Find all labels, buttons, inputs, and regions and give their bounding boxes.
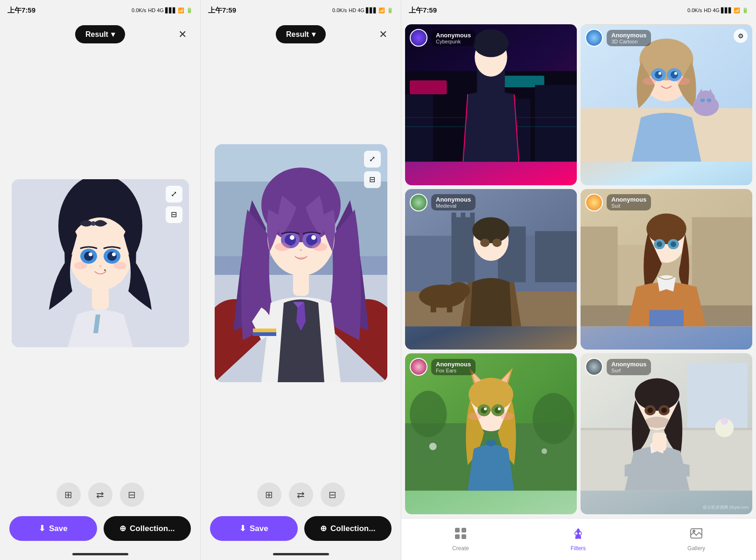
save-icon-2: ⬇ <box>239 524 246 533</box>
nav-gallery[interactable]: Gallery <box>678 523 714 555</box>
card-name-foxears: Anonymous <box>436 361 471 368</box>
layout-tool-1[interactable]: ⊞ <box>56 483 81 507</box>
svg-point-24 <box>290 235 294 240</box>
nav-create[interactable]: Create <box>443 523 478 555</box>
svg-rect-68 <box>461 212 465 222</box>
panel-3: 上午7:59 0.0K/s HD 4G ▋▋▋ 📶 🔋 <box>401 0 756 560</box>
svg-point-72 <box>472 217 510 243</box>
result-button-1[interactable]: Result ▾ <box>75 25 125 43</box>
svg-point-57 <box>677 77 690 85</box>
network-speed-2: 0.0K/s <box>332 7 347 13</box>
adjust-tool-2[interactable]: ⇄ <box>289 483 313 507</box>
settings-tool-2[interactable]: ⊟ <box>321 483 345 507</box>
card-user-surf: Anonymous Surf <box>585 358 651 376</box>
svg-point-105 <box>468 413 481 420</box>
watermark: @云机资源网 yfzyw.com <box>703 504 749 511</box>
svg-point-126 <box>575 532 577 535</box>
bottom-nav: Create Filters <box>401 518 756 560</box>
card-cyberpunk[interactable]: Anonymous Cyberpunk <box>405 24 577 185</box>
dropdown-arrow-1: ▾ <box>111 30 115 39</box>
filters-label: Filters <box>571 545 586 552</box>
collection-button-1[interactable]: ⊕ Collection... <box>104 516 191 541</box>
anime-svg-1 <box>12 179 189 347</box>
svg-point-88 <box>657 241 662 247</box>
panel-2: 上午7:59 0.0K/s HD 4G ▋▋▋ 📶 🔋 Result ▾ ✕ <box>201 0 401 560</box>
panel-1: 上午7:59 0.0K/s HD 4G ▋▋▋ 📶 🔋 Result ▾ ✕ <box>0 0 201 560</box>
card-medieval[interactable]: Anonymous Medieval <box>405 189 577 350</box>
svg-rect-122 <box>462 528 466 532</box>
move-button-2[interactable]: ⤢ <box>364 151 381 168</box>
battery-1: 🔋 <box>186 7 193 14</box>
anime-svg-2 <box>215 144 387 382</box>
battery-3: 🔋 <box>742 7 749 14</box>
move-button-1[interactable]: ⤢ <box>166 186 182 203</box>
svg-rect-121 <box>455 528 460 532</box>
svg-rect-124 <box>462 534 466 539</box>
svg-point-118 <box>661 407 667 413</box>
card-user-3dcartoon: Anonymous 3D Cartoon <box>585 29 651 47</box>
svg-rect-36 <box>405 94 433 161</box>
close-button-2[interactable]: ✕ <box>375 26 392 43</box>
compare-button-2[interactable]: ⊟ <box>364 171 381 188</box>
signal-icons-3: HD 4G ▋▋▋ 📶 <box>704 7 740 14</box>
layout-tool-2[interactable]: ⊞ <box>257 483 281 507</box>
card-style-foxears: Fox Ears <box>436 368 471 373</box>
card-surf[interactable]: Anonymous Surf @云机资源网 yfzyw.com <box>581 353 752 514</box>
svg-point-60 <box>700 98 705 102</box>
card-foxears[interactable]: Anonymous Fox Ears <box>405 353 577 514</box>
gallery-icon <box>690 527 703 543</box>
close-button-1[interactable]: ✕ <box>174 26 191 43</box>
svg-point-12 <box>104 269 106 271</box>
network-speed-1: 0.0K/s <box>132 7 146 13</box>
anime-image-2: ⤢ ⊟ <box>215 144 387 382</box>
image-area-2: ⤢ ⊟ <box>201 48 401 478</box>
save-button-1[interactable]: ⬇ Save <box>9 516 97 541</box>
card-3dcartoon[interactable]: Anonymous 3D Cartoon ⚙ <box>581 24 752 185</box>
plus-icon-1: ⊕ <box>119 524 126 533</box>
gallery-label: Gallery <box>687 545 705 552</box>
card-name-medieval: Anonymous <box>436 196 471 203</box>
svg-point-43 <box>473 29 509 57</box>
card-info-3dcartoon: Anonymous 3D Cartoon <box>607 30 651 46</box>
svg-point-78 <box>447 282 470 299</box>
compare-button-1[interactable]: ⊟ <box>166 206 182 223</box>
card-avatar-cyberpunk <box>410 29 427 47</box>
home-indicator-1 <box>72 553 128 555</box>
card-avatar-surf <box>585 358 603 376</box>
svg-point-2 <box>69 217 132 290</box>
nav-filters[interactable]: Filters <box>561 523 595 555</box>
card-gear-3dcartoon[interactable]: ⚙ <box>734 29 748 43</box>
svg-point-93 <box>410 391 447 437</box>
result-button-2[interactable]: Result ▾ <box>276 25 326 43</box>
svg-rect-33 <box>410 80 447 94</box>
svg-rect-110 <box>687 363 748 428</box>
card-avatar-suit <box>585 194 603 211</box>
collection-button-2[interactable]: ⊕ Collection... <box>304 516 392 541</box>
svg-rect-37 <box>535 85 577 161</box>
create-icon <box>454 527 467 543</box>
adjust-tool-1[interactable]: ⇄ <box>88 483 112 507</box>
svg-point-129 <box>693 530 695 532</box>
signal-icons-2: HD 4G ▋▋▋ 📶 <box>349 7 385 14</box>
svg-point-7 <box>107 252 117 261</box>
card-style-suit: Suit <box>611 203 646 209</box>
status-icons-1: 0.0K/s HD 4G ▋▋▋ 📶 🔋 <box>132 7 193 14</box>
card-name-cyberpunk: Anonymous <box>436 32 471 39</box>
battery-2: 🔋 <box>387 7 393 14</box>
card-suit[interactable]: Anonymous Suit <box>581 189 752 350</box>
svg-point-56 <box>643 77 656 85</box>
svg-rect-66 <box>535 231 577 282</box>
save-button-2[interactable]: ⬇ Save <box>210 516 298 541</box>
svg-rect-67 <box>451 212 456 222</box>
svg-rect-123 <box>455 534 460 539</box>
svg-rect-90 <box>649 310 684 326</box>
svg-rect-30 <box>293 270 309 296</box>
card-avatar-foxears <box>410 358 427 376</box>
svg-rect-69 <box>470 212 475 222</box>
svg-point-26 <box>275 243 290 251</box>
svg-point-127 <box>579 532 581 535</box>
card-style-cyberpunk: Cyberpunk <box>436 39 471 44</box>
settings-tool-1[interactable]: ⊟ <box>120 483 144 507</box>
status-icons-3: 0.0K/s HD 4G ▋▋▋ 📶 🔋 <box>687 7 749 14</box>
dropdown-arrow-2: ▾ <box>312 30 315 39</box>
